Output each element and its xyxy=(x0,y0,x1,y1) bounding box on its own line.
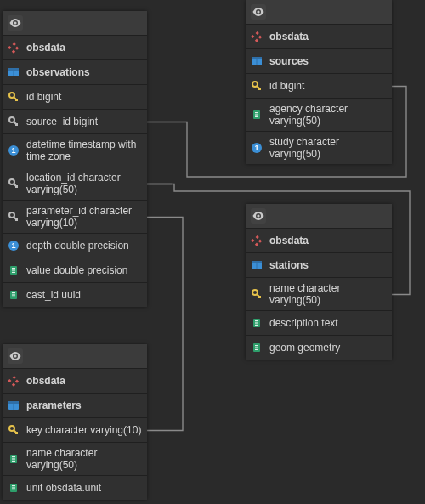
schema-name: obsdata xyxy=(269,235,387,246)
column-icon xyxy=(251,317,263,329)
schema-row[interactable]: obsdata xyxy=(246,25,392,49)
svg-point-0 xyxy=(14,21,16,24)
column-label: name character varying(50) xyxy=(26,447,142,471)
svg-rect-2 xyxy=(12,50,15,54)
table-header xyxy=(246,204,392,229)
table-name-row[interactable]: stations xyxy=(246,253,392,278)
column-row[interactable]: key character varying(10) xyxy=(3,418,147,443)
svg-rect-59 xyxy=(251,239,254,242)
column-label: id bigint xyxy=(26,91,142,103)
table-parameters[interactable]: obsdataparameterskey character varying(1… xyxy=(3,344,147,500)
primary-key-icon xyxy=(251,80,263,92)
table-icon xyxy=(251,55,263,67)
svg-rect-71 xyxy=(255,347,258,348)
table-name: sources xyxy=(269,55,387,67)
primary-key-icon xyxy=(8,91,20,103)
column-label: location_id character varying(50) xyxy=(26,172,142,195)
svg-rect-40 xyxy=(12,490,15,490)
table-observations[interactable]: obsdataobservationsid bigintsource_id bi… xyxy=(3,11,147,307)
column-row[interactable]: name character varying(50) xyxy=(246,278,392,311)
svg-rect-62 xyxy=(252,261,262,263)
svg-rect-21 xyxy=(12,292,15,293)
column-label: value double precision xyxy=(26,264,142,276)
column-row[interactable]: unit obsdata.unit xyxy=(3,476,147,500)
svg-rect-42 xyxy=(256,31,259,35)
column-icon xyxy=(251,109,263,121)
svg-rect-28 xyxy=(15,380,19,383)
visibility-toggle-eye-icon[interactable] xyxy=(8,348,23,364)
svg-rect-53 xyxy=(255,116,258,117)
column-row[interactable]: 1datetime timestamp with time zone xyxy=(3,134,147,167)
info-icon: 1 xyxy=(251,142,263,154)
column-row[interactable]: description text xyxy=(246,311,392,336)
svg-text:1: 1 xyxy=(11,241,15,250)
svg-rect-25 xyxy=(13,376,16,379)
column-row[interactable]: value double precision xyxy=(3,258,147,283)
column-label: cast_id uuid xyxy=(26,289,142,301)
svg-rect-23 xyxy=(12,297,15,297)
svg-rect-45 xyxy=(258,36,262,39)
table-header xyxy=(3,344,147,369)
column-icon xyxy=(8,482,20,494)
table-name-row[interactable]: observations xyxy=(3,60,147,85)
svg-rect-44 xyxy=(251,35,254,38)
column-row[interactable]: name character varying(50) xyxy=(3,443,147,476)
column-row[interactable]: location_id character varying(50) xyxy=(3,167,147,201)
svg-rect-6 xyxy=(8,68,19,71)
table-stations[interactable]: obsdatastationsname character varying(50… xyxy=(246,204,392,360)
schema-icon xyxy=(251,31,263,42)
schema-row[interactable]: obsdata xyxy=(3,36,147,60)
svg-rect-57 xyxy=(256,235,259,239)
svg-rect-72 xyxy=(255,349,258,350)
svg-rect-36 xyxy=(12,461,15,462)
schema-row[interactable]: obsdata xyxy=(246,229,392,253)
svg-text:1: 1 xyxy=(254,144,258,152)
table-sources[interactable]: obsdatasourcesid bigintagency character … xyxy=(246,0,392,164)
svg-rect-58 xyxy=(255,243,258,246)
schema-icon xyxy=(8,42,20,54)
column-row[interactable]: id bigint xyxy=(3,85,147,110)
svg-text:1: 1 xyxy=(11,146,15,155)
svg-rect-60 xyxy=(258,240,262,243)
visibility-toggle-eye-icon[interactable] xyxy=(251,208,266,224)
table-header xyxy=(3,11,147,36)
column-label: description text xyxy=(269,317,387,329)
column-row[interactable]: 1depth double precision xyxy=(3,234,147,258)
column-label: study character varying(50) xyxy=(269,136,387,160)
visibility-toggle-eye-icon[interactable] xyxy=(8,15,23,31)
svg-rect-19 xyxy=(12,272,15,273)
svg-point-24 xyxy=(14,354,16,357)
svg-rect-52 xyxy=(255,114,258,115)
table-name: observations xyxy=(26,66,142,78)
schema-icon xyxy=(8,375,20,387)
info-icon: 1 xyxy=(8,240,20,252)
svg-rect-35 xyxy=(12,458,15,459)
svg-rect-17 xyxy=(12,268,15,269)
visibility-toggle-eye-icon[interactable] xyxy=(251,4,266,20)
column-row[interactable]: 1study character varying(50) xyxy=(246,132,392,164)
relationship-connector xyxy=(147,218,183,431)
svg-rect-34 xyxy=(12,456,15,457)
column-icon xyxy=(8,289,20,301)
column-row[interactable]: cast_id uuid xyxy=(3,283,147,307)
column-label: geom geometry xyxy=(269,342,387,354)
column-row[interactable]: geom geometry xyxy=(246,336,392,360)
column-row[interactable]: id bigint xyxy=(246,74,392,99)
foreign-key-icon xyxy=(8,178,20,190)
column-label: datetime timestamp with time zone xyxy=(26,139,142,162)
table-name-row[interactable]: parameters xyxy=(3,394,147,418)
table-name: parameters xyxy=(26,399,142,411)
svg-rect-4 xyxy=(15,47,19,50)
column-label: name character varying(50) xyxy=(269,282,387,306)
column-row[interactable]: parameter_id character varying(10) xyxy=(3,201,147,234)
primary-key-icon xyxy=(251,288,263,300)
column-row[interactable]: agency character varying(50) xyxy=(246,99,392,132)
info-icon: 1 xyxy=(8,144,20,156)
table-icon xyxy=(251,259,263,271)
table-icon xyxy=(8,66,20,78)
schema-row[interactable]: obsdata xyxy=(3,369,147,394)
svg-rect-3 xyxy=(8,46,11,49)
table-name-row[interactable]: sources xyxy=(246,49,392,74)
foreign-key-icon xyxy=(8,211,20,223)
column-row[interactable]: source_id bigint xyxy=(3,110,147,134)
